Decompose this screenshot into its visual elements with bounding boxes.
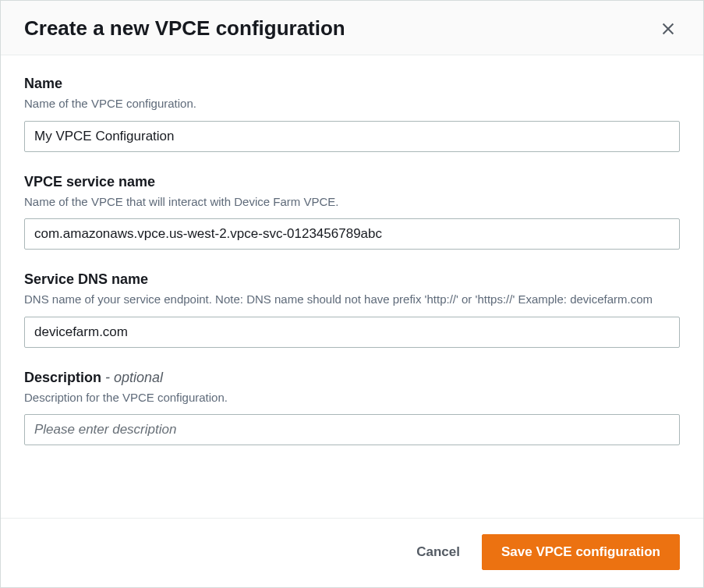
dns-name-field-group: Service DNS name DNS name of your servic… [24,271,680,348]
description-label: Description - optional [24,370,680,386]
service-name-label: VPCE service name [24,174,680,190]
dns-name-hint: DNS name of your service endpoint. Note:… [24,291,680,309]
service-name-hint: Name of the VPCE that will interact with… [24,193,680,211]
description-hint: Description for the VPCE configuration. [24,389,680,407]
name-field-group: Name Name of the VPCE configuration. [24,76,680,152]
description-field-group: Description - optional Description for t… [24,370,680,446]
service-name-field-group: VPCE service name Name of the VPCE that … [24,174,680,250]
close-icon [660,20,677,37]
modal-title: Create a new VPCE configuration [24,16,345,41]
dns-name-input[interactable] [24,317,680,348]
modal-footer: Cancel Save VPCE configuration [1,518,703,587]
modal-header: Create a new VPCE configuration [1,1,703,55]
modal-body: Name Name of the VPCE configuration. VPC… [1,55,703,518]
dns-name-label: Service DNS name [24,271,680,288]
name-input[interactable] [24,121,680,152]
service-name-input[interactable] [24,218,680,250]
description-input[interactable] [24,414,680,445]
create-vpce-modal: Create a new VPCE configuration Name Nam… [0,0,704,588]
name-hint: Name of the VPCE configuration. [24,95,680,113]
save-button[interactable]: Save VPCE configuration [482,534,680,570]
description-optional-text: - optional [101,370,163,385]
name-label: Name [24,76,680,92]
close-button[interactable] [656,17,680,41]
description-label-text: Description [24,370,101,385]
cancel-button[interactable]: Cancel [410,537,466,568]
